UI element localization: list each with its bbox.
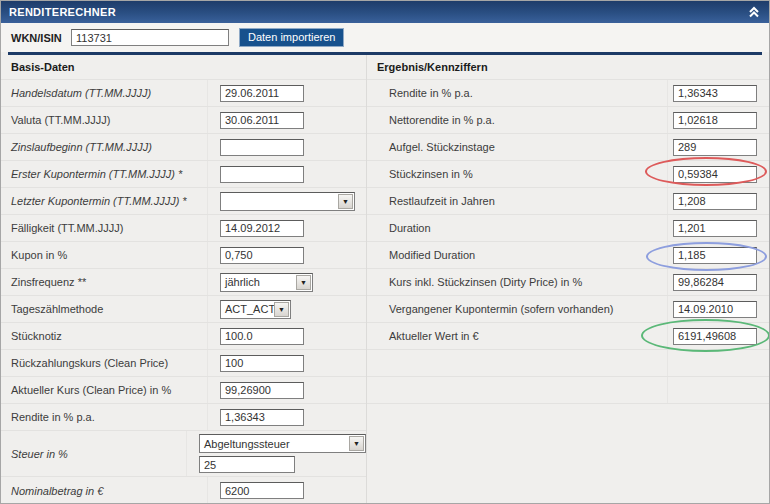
row-kupon: Kupon in % — [1, 242, 366, 269]
chevron-double-up-icon[interactable] — [747, 5, 761, 19]
select-value: ACT_ACT — [225, 303, 275, 315]
duration-field[interactable] — [673, 220, 757, 237]
chevron-down-icon: ▼ — [338, 194, 353, 209]
nettorendite-field[interactable] — [673, 112, 757, 129]
nettorendite-label: Nettorendite in % p.a. — [367, 107, 668, 133]
row-zinsfrequenz: Zinsfrequenz ** jährlich ▼ — [1, 269, 366, 296]
stueckzinsen-field[interactable] — [673, 166, 757, 183]
handelsdatum-input[interactable] — [220, 85, 304, 102]
row-rendite-input: Rendite in % p.a. — [1, 404, 366, 431]
row-aktueller-kurs: Aktueller Kurs (Clean Price) in % — [1, 377, 366, 404]
empty-area — [367, 404, 769, 504]
vergangener-kupontermin-field[interactable] — [673, 301, 757, 318]
duration-label: Duration — [367, 215, 668, 241]
empty-row — [367, 350, 769, 377]
row-stuecknotiz: Stücknotiz — [1, 323, 366, 350]
rendite-input[interactable] — [220, 409, 304, 426]
rueckzahlungskurs-input[interactable] — [220, 355, 304, 372]
row-duration: Duration — [367, 215, 769, 242]
wkn-toolbar: WKN/ISIN Daten importieren — [1, 23, 769, 52]
erster-kupontermin-label: Erster Kupontermin (TT.MM.JJJJ) * — [1, 161, 208, 187]
row-aktueller-wert: Aktueller Wert in € — [367, 323, 769, 350]
faelligkeit-input[interactable] — [220, 220, 304, 237]
steuersatz-input[interactable] — [199, 456, 295, 473]
erster-kupontermin-input[interactable] — [220, 166, 304, 183]
nominalbetrag-input[interactable] — [220, 482, 304, 499]
row-valuta: Valuta (TT.MM.JJJJ) — [1, 107, 366, 134]
stuecknotiz-input[interactable] — [220, 328, 304, 345]
kupon-label: Kupon in % — [1, 242, 208, 268]
rendite-out-label: Rendite in % p.a. — [367, 80, 668, 106]
aktueller-wert-label: Aktueller Wert in € — [367, 323, 668, 349]
row-rendite-out: Rendite in % p.a. — [367, 80, 769, 107]
letzter-kupontermin-label: Letzter Kupontermin (TT.MM.JJJJ) * — [1, 188, 208, 214]
letzter-kupontermin-select[interactable]: ▼ — [220, 192, 355, 211]
wkn-label: WKN/ISIN — [11, 32, 69, 44]
nominalbetrag-label: Nominalbetrag in € — [1, 477, 208, 504]
select-value: Abgeltungssteuer — [204, 438, 290, 450]
aktueller-kurs-input[interactable] — [220, 382, 304, 399]
ergebnis-section: Ergebnis/Kennziffern Rendite in % p.a. N… — [367, 55, 769, 504]
valuta-input[interactable] — [220, 112, 304, 129]
tageszaehlmethode-select[interactable]: ACT_ACT ▼ — [220, 300, 291, 319]
row-steuer: Steuer in % Abgeltungssteuer ▼ — [1, 431, 366, 477]
aktueller-wert-field[interactable] — [673, 328, 757, 345]
row-faelligkeit: Fälligkeit (TT.MM.JJJJ) — [1, 215, 366, 242]
aktueller-kurs-label: Aktueller Kurs (Clean Price) in % — [1, 377, 208, 403]
stueckzinstage-field[interactable] — [673, 139, 757, 156]
row-dirty-price: Kurs inkl. Stückzinsen (Dirty Price) in … — [367, 269, 769, 296]
tageszaehlmethode-label: Tageszählmethode — [1, 296, 208, 322]
rendite-label: Rendite in % p.a. — [1, 404, 208, 430]
row-vergangener-kupontermin: Vergangener Kupontermin (sofern vorhande… — [367, 296, 769, 323]
empty-label — [367, 377, 668, 403]
row-modified-duration: Modified Duration — [367, 242, 769, 269]
row-letzter-kupontermin: Letzter Kupontermin (TT.MM.JJJJ) * ▼ — [1, 188, 366, 215]
renditerechner-panel: RENDITERECHNER WKN/ISIN Daten importiere… — [0, 0, 770, 504]
steuer-label: Steuer in % — [1, 431, 187, 476]
panel-title: RENDITERECHNER — [9, 6, 116, 18]
zinslaufbeginn-label: Zinslaufbeginn (TT.MM.JJJJ) — [1, 134, 208, 160]
panel-header: RENDITERECHNER — [1, 1, 769, 23]
select-value: jährlich — [225, 276, 260, 288]
chevron-down-icon: ▼ — [296, 275, 311, 290]
row-nominalbetrag: Nominalbetrag in € — [1, 477, 366, 504]
empty-label — [367, 350, 668, 376]
stueckzinsen-label: Stückzinsen in % — [367, 161, 668, 187]
row-handelsdatum: Handelsdatum (TT.MM.JJJJ) — [1, 80, 366, 107]
row-erster-kupontermin: Erster Kupontermin (TT.MM.JJJJ) * — [1, 161, 366, 188]
row-rueckzahlungskurs: Rückzahlungskurs (Clean Price) — [1, 350, 366, 377]
import-button[interactable]: Daten importieren — [239, 28, 344, 47]
row-stueckzinsen: Stückzinsen in % — [367, 161, 769, 188]
stueckzinstage-label: Aufgel. Stückzinstage — [367, 134, 668, 160]
faelligkeit-label: Fälligkeit (TT.MM.JJJJ) — [1, 215, 208, 241]
stuecknotiz-label: Stücknotiz — [1, 323, 208, 349]
empty-row — [367, 377, 769, 404]
zinslaufbeginn-input[interactable] — [220, 139, 304, 156]
vergangener-kupontermin-label: Vergangener Kupontermin (sofern vorhande… — [367, 296, 668, 322]
basis-daten-section: Basis-Daten Handelsdatum (TT.MM.JJJJ) Va… — [1, 55, 367, 504]
modified-duration-label: Modified Duration — [367, 242, 668, 268]
restlaufzeit-label: Restlaufzeit in Jahren — [367, 188, 668, 214]
valuta-label: Valuta (TT.MM.JJJJ) — [1, 107, 208, 133]
zinsfrequenz-label: Zinsfrequenz ** — [1, 269, 208, 295]
row-restlaufzeit: Restlaufzeit in Jahren — [367, 188, 769, 215]
basis-daten-title: Basis-Daten — [1, 55, 366, 80]
wkn-input[interactable] — [71, 29, 229, 46]
row-tageszaehlmethode: Tageszählmethode ACT_ACT ▼ — [1, 296, 366, 323]
dirty-price-label: Kurs inkl. Stückzinsen (Dirty Price) in … — [367, 269, 668, 295]
rueckzahlungskurs-label: Rückzahlungskurs (Clean Price) — [1, 350, 208, 376]
zinsfrequenz-select[interactable]: jährlich ▼ — [220, 273, 313, 292]
chevron-down-icon: ▼ — [274, 302, 289, 317]
steuer-select[interactable]: Abgeltungssteuer ▼ — [199, 434, 366, 453]
row-nettorendite: Nettorendite in % p.a. — [367, 107, 769, 134]
rendite-out-field[interactable] — [673, 85, 757, 102]
kupon-input[interactable] — [220, 247, 304, 264]
handelsdatum-label: Handelsdatum (TT.MM.JJJJ) — [1, 80, 208, 106]
modified-duration-field[interactable] — [673, 247, 757, 264]
ergebnis-title: Ergebnis/Kennziffern — [367, 55, 769, 80]
row-zinslaufbeginn: Zinslaufbeginn (TT.MM.JJJJ) — [1, 134, 366, 161]
chevron-down-icon: ▼ — [349, 436, 364, 451]
row-stueckzinstage: Aufgel. Stückzinstage — [367, 134, 769, 161]
restlaufzeit-field[interactable] — [673, 193, 757, 210]
dirty-price-field[interactable] — [673, 274, 757, 291]
